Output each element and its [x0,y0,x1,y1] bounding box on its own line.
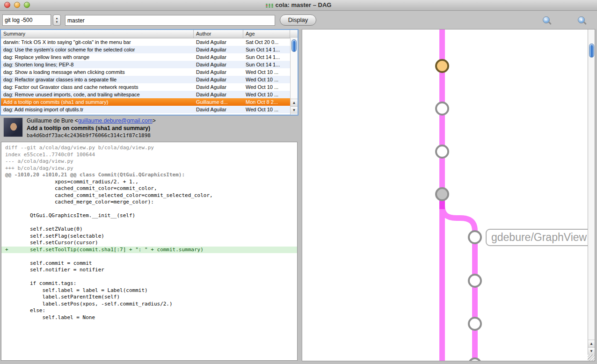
cell-summary: dag: Replace yellow lines with orange [1,54,194,60]
column-header-author[interactable]: Author [194,30,243,38]
column-header-age[interactable]: Age [243,30,290,38]
log-count-stepper[interactable]: ▲ ▼ [53,15,61,26]
cell-author: David Aguilar [194,92,243,97]
diff-line-context: label.setPos(xpos, -self.commit_radius/2… [5,301,293,308]
table-row[interactable]: dag: Shorten long lines; PEP-8David Agui… [1,61,298,68]
diff-line-context: self.setFlag(selectable) [5,233,293,240]
stepper-up-icon[interactable]: ▲ [56,16,58,20]
scroll-down-icon[interactable]: ▼ [588,347,595,355]
current-commit-node[interactable] [436,60,448,72]
diff-line-blank [5,274,293,281]
commit-node[interactable] [436,146,448,158]
log-command-input[interactable] [2,15,51,26]
diff-line-context: cached_commit_selected_color=commit_sele… [5,192,293,199]
cell-age: Mon Oct 8 2... [243,99,292,105]
zoom-in-icon[interactable]: + [578,16,585,23]
stepper-down-icon[interactable]: ▼ [56,20,58,24]
cell-age: Sun Oct 14 1... [243,62,292,67]
diff-line-context: QtGui.QGraphicsItem.__init__(self) [5,212,293,219]
size-grip[interactable] [588,355,595,361]
table-scrollbar[interactable]: ▲ ▼ [290,38,298,115]
table-row[interactable]: dag: Replace yellow lines with orangeDav… [1,53,298,61]
cell-summary: darwin: Trick OS X into saying "git-cola… [1,39,194,45]
graph-scrollbar-thumb[interactable] [589,44,594,58]
cell-age: Wed Oct 10 ... [243,107,292,112]
cell-summary: Add a tooltip on commits (sha1 and summa… [1,99,194,105]
zoom-window-button[interactable] [24,2,30,8]
diff-viewer[interactable]: diff --git a/cola/dag/view.py b/cola/dag… [1,142,298,361]
commit-node[interactable] [469,231,481,243]
commit-rows: darwin: Trick OS X into saying "git-cola… [1,38,298,113]
author-avatar [4,118,22,137]
diff-line-context: self.notifier = notifier [5,267,293,274]
table-scrollbar-thumb[interactable] [291,39,297,52]
cell-author: David Aguilar [194,69,243,75]
scroll-down-icon[interactable]: ▼ [291,106,298,114]
table-row[interactable]: dag: Remove unused imports, code, and tr… [1,91,298,98]
diff-line-blank [5,253,293,260]
diff-line-header: diff --git a/cola/dag/view.py b/cola/dag… [5,145,293,152]
window-controls [4,2,30,8]
cell-author: David Aguilar [194,77,243,82]
cell-author: David Aguilar [194,47,243,52]
display-button[interactable]: Display [280,15,316,26]
cell-author: David Aguilar [194,84,243,90]
cell-summary: dag: Refactor gravatar classes into a se… [1,77,194,82]
diff-line-context: else: [5,307,293,314]
column-header-stub [290,30,298,38]
commit-list-header: Summary Author Age [1,30,298,38]
cell-summary: dag: Show a loading message when clickin… [1,69,194,75]
commit-node[interactable] [469,358,481,361]
commit-node[interactable] [469,275,481,287]
dag-graph-canvas[interactable]: gdebure/GraphView ▲ ▼ [302,29,595,361]
diff-line-blank [5,206,293,213]
commit-node[interactable] [469,318,481,330]
window-title: cola: master – DAG [0,0,597,10]
table-row[interactable]: dag: Add missing import of qtutils.trDav… [1,106,298,113]
close-window-button[interactable] [4,2,10,8]
branch-ref-label[interactable]: gdebure/GraphView [486,229,595,246]
cell-summary: dag: Add missing import of qtutils.tr [1,107,194,112]
author-line: Guillaume de Bure <guillaume.debure@gmai… [27,117,156,124]
commit-subject: Add a tooltip on commits (sha1 and summa… [27,124,156,132]
table-row[interactable]: dag: Show a loading message when clickin… [1,68,298,76]
angle-open: < [75,117,78,124]
table-row[interactable]: dag: Factor out Gravator class and cache… [1,83,298,91]
ref-input[interactable] [65,15,275,26]
title-bar: cola: master – DAG [0,0,597,11]
diff-line-context: self.commit = commit [5,260,293,267]
minus-glyph: − [543,17,549,23]
diff-line-context: cached_commit_color=commit_color, [5,185,293,192]
commit-list[interactable]: Summary Author Age darwin: Trick OS X in… [0,29,298,116]
cell-summary: dag: Remove unused imports, code, and tr… [1,92,194,97]
graph-scrollbar[interactable]: ▲ ▼ [588,29,595,361]
commit-node[interactable] [436,102,448,115]
cell-age: Sun Oct 14 1... [243,47,292,52]
cell-age: Wed Oct 10 ... [243,69,292,75]
table-row[interactable]: dag: Use the system's color scheme for t… [1,46,298,53]
author-email-link[interactable]: guillaume.debure@gmail.com [78,117,153,124]
diff-line-header: +++ b/cola/dag/view.py [5,165,293,172]
table-row[interactable]: Add a tooltip on commits (sha1 and summa… [1,98,298,106]
diff-line-context: label.setParentItem(self) [5,294,293,301]
column-header-summary[interactable]: Summary [1,30,194,38]
scroll-up-icon[interactable]: ▲ [588,340,595,347]
window-title-text: cola: master – DAG [276,1,332,8]
diff-line-context: cached_merge_color=merge_color): [5,199,293,206]
minimize-window-button[interactable] [14,2,20,8]
cell-author: Guillaume d... [194,99,243,105]
author-name: Guillaume de Bure [27,117,73,124]
table-row[interactable]: dag: Refactor gravatar classes into a se… [1,76,298,83]
diff-line-header: index e55cce1..7740c0f 100644 [5,152,293,159]
toolbar: ▲ ▼ Display − + [0,11,597,29]
scroll-up-icon[interactable]: ▲ [291,99,298,106]
selected-commit-node[interactable] [436,188,448,200]
diff-line-context: self.setZValue(0) [5,226,293,233]
zoom-out-icon[interactable]: − [543,16,550,23]
cell-summary: dag: Use the system's color scheme for t… [1,47,194,52]
cell-summary: dag: Shorten long lines; PEP-8 [1,62,194,67]
graph-scrollbar-arrows: ▲ ▼ [588,340,595,355]
table-row[interactable]: darwin: Trick OS X into saying "git-cola… [1,38,298,46]
table-scrollbar-arrows: ▲ ▼ [291,99,298,114]
diff-line-context: self.setCursor(cursor) [5,240,293,247]
